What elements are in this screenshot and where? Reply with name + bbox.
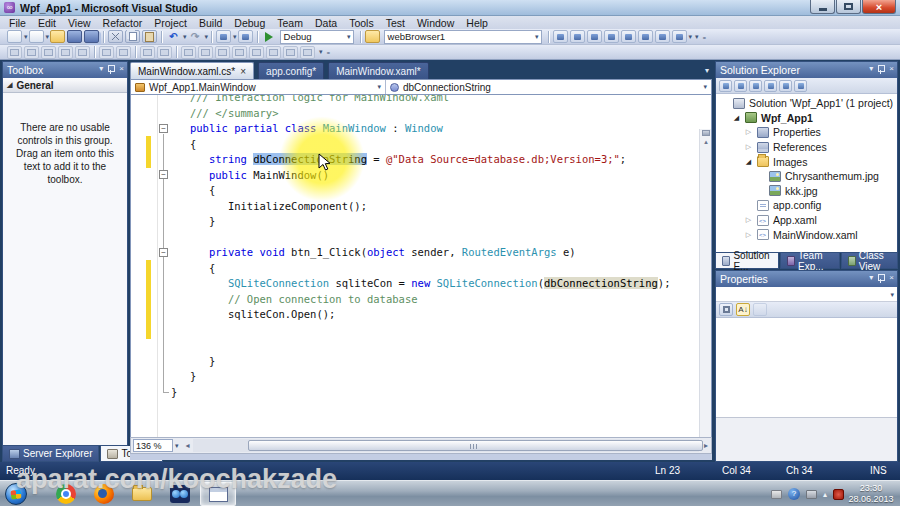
- designer-tool-7[interactable]: [283, 46, 298, 59]
- find-combo[interactable]: webBrowser1▾: [384, 30, 542, 44]
- properties-object-combo[interactable]: ▾: [716, 287, 897, 302]
- editor-zoom-combo[interactable]: 136 %: [133, 439, 173, 452]
- code-line[interactable]: // Open connection to database: [171, 292, 699, 308]
- collapse-region-icon[interactable]: −: [159, 248, 168, 257]
- code-line[interactable]: /// </summary>: [171, 106, 699, 122]
- chevron-down-icon[interactable]: ▾: [183, 33, 187, 41]
- copy-icon[interactable]: [125, 30, 140, 43]
- close-button[interactable]: ×: [862, 0, 896, 14]
- chevron-collapsed-icon[interactable]: ▷: [744, 143, 753, 151]
- tray-device-icon[interactable]: [806, 490, 817, 499]
- dock-tab-server-explorer[interactable]: Server Explorer: [2, 446, 99, 462]
- indent-decrease-icon[interactable]: [99, 46, 114, 59]
- code-line[interactable]: {: [171, 261, 699, 277]
- code-text[interactable]: /// Interaction logic for MainWindow.xam…: [171, 95, 699, 400]
- code-line[interactable]: [171, 338, 699, 354]
- window-position-icon[interactable]: ▾: [99, 64, 103, 74]
- code-line[interactable]: [171, 230, 699, 246]
- save-icon[interactable]: [67, 30, 82, 43]
- chrome-icon[interactable]: [48, 482, 84, 506]
- code-line[interactable]: SQLiteConnection sqliteCon = new SQLiteC…: [171, 276, 699, 292]
- menu-build[interactable]: Build: [193, 17, 228, 29]
- types-dropdown[interactable]: Wpf_App1.MainWindow ▾: [131, 80, 386, 94]
- chevron-collapsed-icon[interactable]: ▷: [744, 216, 753, 224]
- collapse-region-icon[interactable]: −: [159, 124, 168, 133]
- auto-hide-pin-icon[interactable]: [877, 273, 885, 283]
- code-line[interactable]: {: [171, 137, 699, 153]
- paste-icon[interactable]: [142, 30, 157, 43]
- toolbar-button-7[interactable]: [655, 30, 670, 43]
- document-tab[interactable]: MainWindow.xaml*: [328, 62, 428, 79]
- tree-item-solution-wpf-app1-1-project[interactable]: Solution 'Wpf_App1' (1 project): [716, 96, 897, 111]
- new-project-icon[interactable]: [7, 30, 22, 43]
- database-app-icon[interactable]: [162, 482, 198, 506]
- maximize-button[interactable]: [836, 0, 861, 14]
- code-line[interactable]: public partial class MainWindow : Window: [171, 121, 699, 137]
- members-dropdown[interactable]: dbConnectionString ▾: [386, 80, 711, 94]
- find-in-files-icon[interactable]: [365, 30, 380, 43]
- dock-tab-solution-e[interactable]: Solution E...: [715, 253, 779, 269]
- visual-studio-taskbar-icon[interactable]: [200, 482, 236, 506]
- document-tab[interactable]: app.config*: [258, 62, 324, 79]
- code-line[interactable]: string dbConnectionString = @"Data Sourc…: [171, 152, 699, 168]
- save-all-icon[interactable]: [84, 30, 99, 43]
- tree-item-properties[interactable]: ▷Properties: [716, 125, 897, 140]
- close-icon[interactable]: ×: [889, 64, 894, 74]
- menu-project[interactable]: Project: [148, 17, 193, 29]
- alphabetical-sort-icon[interactable]: A↓: [736, 303, 750, 316]
- designer-tool-5[interactable]: [249, 46, 264, 59]
- toolbox-general-section[interactable]: ◢ General: [3, 78, 127, 93]
- toolbar-button-4[interactable]: [604, 30, 619, 43]
- window-position-icon[interactable]: ▾: [869, 64, 873, 74]
- show-all-files-icon[interactable]: [734, 80, 747, 92]
- tree-item-kkk-jpg[interactable]: kkk.jpg: [716, 184, 897, 199]
- tree-item-chrysanthemum-jpg[interactable]: Chrysanthemum.jpg: [716, 169, 897, 184]
- scroll-left-icon[interactable]: ◂: [183, 441, 193, 450]
- code-line[interactable]: }: [171, 354, 699, 370]
- designer-tool-6[interactable]: [266, 46, 281, 59]
- menu-refactor[interactable]: Refactor: [97, 17, 149, 29]
- horizontal-scrollbar[interactable]: [193, 439, 699, 452]
- chevron-down-icon[interactable]: ▾: [24, 33, 28, 41]
- menu-data[interactable]: Data: [309, 17, 343, 29]
- toolbar-button-2[interactable]: [570, 30, 585, 43]
- collapse-region-icon[interactable]: −: [159, 170, 168, 179]
- scrollbar-thumb[interactable]: [248, 440, 703, 451]
- split-editor-handle[interactable]: [702, 130, 710, 136]
- explorer-icon[interactable]: [124, 482, 160, 506]
- menu-file[interactable]: File: [3, 17, 32, 29]
- view-designer-icon[interactable]: [779, 80, 792, 92]
- code-line[interactable]: }: [171, 369, 699, 385]
- format-tool-1[interactable]: [7, 46, 22, 59]
- designer-tool-2[interactable]: [198, 46, 213, 59]
- minimize-button[interactable]: [810, 0, 835, 14]
- start-button[interactable]: [5, 483, 27, 505]
- code-line[interactable]: InitializeComponent();: [171, 199, 699, 215]
- refresh-icon[interactable]: [749, 80, 762, 92]
- code-line[interactable]: private void btn_1_Click(object sender, …: [171, 245, 699, 261]
- format-tool-5[interactable]: [75, 46, 90, 59]
- chevron-expanded-icon[interactable]: ◢: [744, 158, 753, 166]
- view-code-icon[interactable]: [764, 80, 777, 92]
- navigate-backward-icon[interactable]: [216, 30, 231, 43]
- undo-icon[interactable]: ↶: [166, 30, 181, 43]
- taskbar-clock[interactable]: 23:30 28.06.2013: [846, 483, 896, 505]
- toolbar-button-5[interactable]: [621, 30, 636, 43]
- tree-item-images[interactable]: ◢Images: [716, 154, 897, 169]
- title-bar[interactable]: ∞ Wpf_App1 - Microsoft Visual Studio ×: [0, 0, 900, 16]
- dock-tab-team-exp[interactable]: Team Exp...: [780, 253, 840, 269]
- menu-edit[interactable]: Edit: [32, 17, 62, 29]
- toolbar-overflow-icon[interactable]: ▾ ₌: [319, 48, 331, 56]
- code-line[interactable]: public MainWindow(): [171, 168, 699, 184]
- designer-tool-1[interactable]: [181, 46, 196, 59]
- solution-explorer-title-bar[interactable]: Solution Explorer ▾ ×: [716, 62, 897, 78]
- tree-item-app-config[interactable]: app.config: [716, 198, 897, 213]
- menu-test[interactable]: Test: [380, 17, 411, 29]
- chevron-down-icon[interactable]: ▾: [233, 33, 237, 41]
- window-position-icon[interactable]: ▾: [869, 273, 873, 283]
- menu-debug[interactable]: Debug: [228, 17, 271, 29]
- redo-icon[interactable]: ↷: [188, 30, 203, 43]
- chevron-collapsed-icon[interactable]: ▷: [744, 128, 753, 136]
- format-tool-4[interactable]: [58, 46, 73, 59]
- indent-increase-icon[interactable]: [116, 46, 131, 59]
